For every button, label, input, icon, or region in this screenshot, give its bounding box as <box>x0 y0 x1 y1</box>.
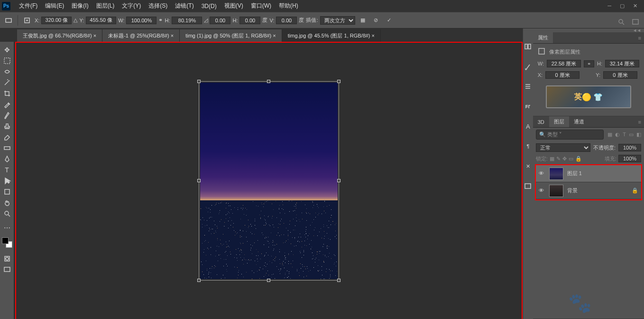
hskew-input[interactable] <box>239 17 260 24</box>
color-swatch[interactable] <box>2 237 12 248</box>
doc-tab-2[interactable]: timg (1).jpg @ 50% (图层 1, RGB/8#) × <box>180 29 282 42</box>
crop-tool[interactable] <box>1 88 13 99</box>
dock-history-icon[interactable] <box>523 42 533 51</box>
fill-input[interactable]: 100% <box>618 155 641 162</box>
handle-bottom-left[interactable] <box>197 279 201 282</box>
layer-item-0[interactable]: 👁 图层 1 <box>536 165 641 182</box>
marquee-tool[interactable] <box>1 56 13 66</box>
tab-channels[interactable]: 通道 <box>569 116 589 127</box>
handle-bottom-center[interactable] <box>267 279 270 282</box>
dock-brush-icon[interactable] <box>523 62 533 71</box>
lasso-tool[interactable] <box>1 66 13 77</box>
prop-h-input[interactable] <box>605 60 639 67</box>
lock-artboard-icon[interactable]: ▭ <box>569 156 573 162</box>
transform-selection[interactable] <box>200 83 338 279</box>
filter-adjust-icon[interactable]: ◐ <box>615 131 620 138</box>
zoom-tool[interactable] <box>1 208 13 219</box>
collapse-panels[interactable]: ◄◄ <box>533 28 644 32</box>
handle-top-right[interactable] <box>337 80 340 83</box>
stamp-tool[interactable] <box>1 121 13 131</box>
prop-y-input[interactable] <box>603 71 637 79</box>
dock-adjust-icon[interactable] <box>523 82 533 91</box>
menu-select[interactable]: 选择(S) <box>145 2 171 10</box>
cancel-transform-icon[interactable]: ⊘ <box>370 15 382 26</box>
angle-input[interactable] <box>210 17 230 24</box>
doc-tab-0[interactable]: 王俊凯.jpg @ 66.7%(RGB/8#) × <box>17 29 102 42</box>
screenmode-tool[interactable] <box>1 264 13 275</box>
properties-menu-icon[interactable]: ≡ <box>635 35 644 41</box>
blend-mode-select[interactable]: 正常 <box>536 143 590 152</box>
tab-layers[interactable]: 图层 <box>549 116 569 127</box>
dock-char-icon[interactable] <box>523 102 533 111</box>
quickmask-tool[interactable] <box>1 253 13 264</box>
warp-icon[interactable]: ▦ <box>357 15 368 26</box>
shape-tool[interactable] <box>1 187 13 197</box>
lock-all-icon[interactable]: 🔒 <box>575 156 582 162</box>
filter-pixel-icon[interactable]: ▦ <box>607 131 612 138</box>
brush-tool[interactable] <box>1 110 13 121</box>
menu-window[interactable]: 窗口(W) <box>247 2 275 10</box>
layer-item-1[interactable]: 👁 背景 🔒 <box>536 182 641 199</box>
menu-image[interactable]: 图像(I) <box>68 2 92 10</box>
menu-file[interactable]: 文件(F) <box>15 2 41 10</box>
filter-shape-icon[interactable]: ▭ <box>629 131 634 138</box>
menu-help[interactable]: 帮助(H) <box>275 2 302 10</box>
x-input[interactable] <box>41 17 72 24</box>
handle-top-center[interactable] <box>267 80 270 83</box>
filter-smart-icon[interactable]: ◧ <box>636 131 641 138</box>
handle-mid-right[interactable] <box>337 179 340 182</box>
interp-select[interactable]: 两次立方 <box>320 16 355 25</box>
eyedropper-tool[interactable] <box>1 99 13 110</box>
dock-para-icon[interactable]: ¶ <box>523 141 533 151</box>
w-input[interactable] <box>126 17 156 24</box>
path-select-tool[interactable] <box>1 176 13 186</box>
close-icon[interactable]: ✕ <box>633 3 637 9</box>
search-icon[interactable] <box>617 18 625 27</box>
canvas-area[interactable] <box>15 42 523 319</box>
visibility-icon[interactable]: 👁 <box>539 170 545 177</box>
opacity-input[interactable]: 100% <box>618 144 641 151</box>
doc-tab-1[interactable]: 未标题-1 @ 25%(RGB/8#) × <box>102 29 180 42</box>
maximize-icon[interactable]: ▢ <box>620 3 625 9</box>
move-tool[interactable]: ✥ <box>1 45 13 55</box>
menu-3d[interactable]: 3D(D) <box>198 3 221 9</box>
handle-top-left[interactable] <box>197 80 201 83</box>
workspace-icon[interactable] <box>632 18 639 27</box>
handle-bottom-right[interactable] <box>337 279 340 282</box>
tab-3d[interactable]: 3D <box>533 116 549 127</box>
commit-transform-icon[interactable]: ✓ <box>384 15 395 26</box>
reference-point-icon[interactable] <box>21 15 33 26</box>
handle-mid-left[interactable] <box>197 179 201 182</box>
layers-menu-icon[interactable]: ≡ <box>635 119 644 125</box>
edit-toolbar[interactable]: ⋯ <box>1 223 13 233</box>
gradient-tool[interactable] <box>1 143 13 153</box>
menu-layer[interactable]: 图层(L) <box>92 2 119 10</box>
vskew-input[interactable] <box>276 17 297 24</box>
type-tool[interactable]: T <box>1 165 13 175</box>
hand-tool[interactable] <box>1 197 13 208</box>
lock-pixels-icon[interactable]: ▦ <box>550 156 554 162</box>
link-wh-icon[interactable]: ⚭ <box>158 17 163 23</box>
link-wh-icon[interactable]: ⚭ <box>584 60 594 67</box>
y-input[interactable] <box>86 17 116 24</box>
prop-w-input[interactable] <box>547 60 581 67</box>
eraser-tool[interactable] <box>1 132 13 142</box>
prop-x-input[interactable] <box>545 71 580 79</box>
properties-tab[interactable]: 属性 <box>533 32 553 43</box>
layer-name[interactable]: 图层 1 <box>567 170 582 177</box>
layer-name[interactable]: 背景 <box>567 187 578 194</box>
menu-edit[interactable]: 编辑(E) <box>41 2 68 10</box>
dock-tools-icon[interactable]: ✕ <box>523 161 533 171</box>
layer-thumbnail[interactable] <box>549 185 563 197</box>
wand-tool[interactable] <box>1 77 13 88</box>
menu-type[interactable]: 文字(Y) <box>118 2 145 10</box>
lock-paint-icon[interactable]: ✎ <box>556 156 561 162</box>
doc-tab-3[interactable]: timg.jpg @ 45.5% (图层 1, RGB/8#) × <box>282 29 381 42</box>
h-input[interactable] <box>172 17 202 24</box>
visibility-icon[interactable]: 👁 <box>539 188 545 194</box>
dock-type-icon[interactable]: A <box>523 122 533 131</box>
filter-type-icon[interactable]: T <box>623 131 626 138</box>
lock-position-icon[interactable]: ✥ <box>562 156 567 162</box>
minimize-icon[interactable]: ─ <box>607 3 611 9</box>
delta-icon[interactable]: △ <box>74 17 77 23</box>
